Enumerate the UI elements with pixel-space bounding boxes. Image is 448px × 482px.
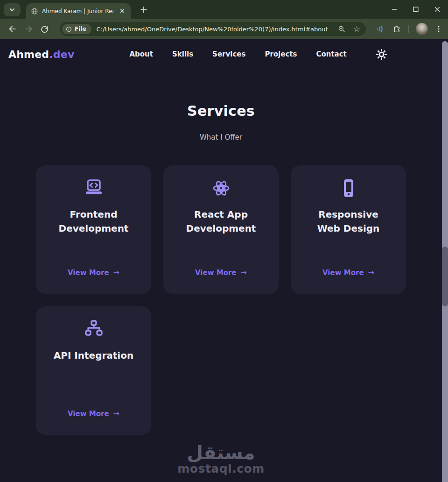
site-navbar: Ahmed.dev About Skills Services Projects… bbox=[0, 39, 442, 69]
service-card-api[interactable]: API Integration View More → bbox=[36, 306, 151, 435]
view-more-label: View More bbox=[68, 269, 109, 277]
arrow-right-icon: → bbox=[241, 268, 247, 277]
view-more-link[interactable]: View More → bbox=[195, 268, 247, 277]
tab-title: Ahmed Karam | Junior React De bbox=[42, 8, 113, 14]
zoom-icon[interactable] bbox=[337, 25, 346, 33]
globe-favicon-icon bbox=[31, 7, 38, 15]
address-bar[interactable]: File C:/Users/ahmed/OneDrive/Desktop/New… bbox=[60, 22, 366, 36]
nav-links: About Skills Services Projects Contact bbox=[129, 50, 346, 58]
web-page: Ahmed.dev About Skills Services Projects… bbox=[0, 39, 448, 482]
tab-search-button[interactable] bbox=[4, 3, 21, 16]
view-more-label: View More bbox=[322, 269, 364, 277]
extensions-puzzle-icon[interactable] bbox=[392, 25, 401, 34]
site-logo[interactable]: Ahmed.dev bbox=[8, 49, 74, 60]
browser-window: Ahmed Karam | Junior React De × bbox=[0, 0, 448, 482]
nav-link-services[interactable]: Services bbox=[212, 50, 245, 58]
reload-button[interactable] bbox=[36, 21, 52, 37]
logo-primary: Ahmed bbox=[8, 49, 49, 60]
close-button[interactable] bbox=[427, 0, 448, 19]
url-text[interactable]: C:/Users/ahmed/OneDrive/Desktop/New%20fo… bbox=[97, 26, 333, 33]
view-more-link[interactable]: View More → bbox=[68, 409, 119, 418]
info-icon bbox=[66, 26, 72, 32]
omnibox-icons: ☆ bbox=[337, 25, 360, 33]
nav-link-contact[interactable]: Contact bbox=[316, 50, 346, 58]
arrow-right-icon: → bbox=[368, 268, 374, 277]
service-card-responsive[interactable]: Responsive Web Design View More → bbox=[291, 165, 406, 294]
view-more-label: View More bbox=[68, 410, 109, 418]
sitemap-icon bbox=[82, 318, 105, 341]
arrow-right-icon: → bbox=[113, 409, 119, 418]
profile-avatar[interactable] bbox=[416, 23, 428, 35]
view-more-link[interactable]: View More → bbox=[68, 268, 119, 277]
sound-waves-icon[interactable] bbox=[375, 24, 385, 34]
toolbar-separator bbox=[408, 25, 409, 33]
nav-link-about[interactable]: About bbox=[129, 50, 153, 58]
file-scheme-chip[interactable]: File bbox=[62, 24, 91, 34]
back-button[interactable] bbox=[5, 21, 21, 37]
card-title: Frontend Development bbox=[53, 207, 135, 235]
tab-strip: Ahmed Karam | Junior React De × bbox=[0, 0, 448, 19]
logo-accent: .dev bbox=[49, 49, 74, 60]
new-tab-button[interactable] bbox=[137, 3, 150, 16]
view-more-label: View More bbox=[195, 269, 237, 277]
scrollbar-thumb[interactable] bbox=[442, 247, 448, 306]
react-icon bbox=[210, 177, 233, 200]
nav-link-projects[interactable]: Projects bbox=[265, 50, 297, 58]
page-scrollbar[interactable] bbox=[442, 41, 448, 482]
window-controls bbox=[384, 0, 448, 19]
mostaql-domain: mostaql.com bbox=[0, 463, 442, 475]
nav-link-skills[interactable]: Skills bbox=[172, 50, 193, 58]
maximize-button[interactable] bbox=[405, 0, 427, 19]
mobile-icon bbox=[337, 177, 360, 200]
services-subtitle: What I Offer bbox=[0, 133, 442, 142]
laptop-code-icon bbox=[83, 177, 105, 200]
service-card-react[interactable]: React App Development View More → bbox=[163, 165, 279, 294]
bookmark-star-icon[interactable]: ☆ bbox=[353, 25, 360, 33]
mostaql-watermark: مستقل mostaql.com bbox=[0, 443, 442, 475]
forward-button[interactable] bbox=[21, 21, 36, 37]
services-title: Services bbox=[0, 103, 442, 119]
toolbar-right-icons bbox=[373, 23, 448, 35]
card-title: Responsive Web Design bbox=[308, 207, 390, 235]
browser-menu-icon[interactable] bbox=[435, 25, 442, 33]
minimize-button[interactable] bbox=[384, 0, 405, 19]
service-card-frontend[interactable]: Frontend Development View More → bbox=[36, 165, 151, 294]
arrow-right-icon: → bbox=[113, 268, 119, 277]
theme-toggle-button[interactable] bbox=[376, 49, 387, 60]
chevron-down-icon bbox=[9, 8, 15, 12]
tab-close-icon[interactable]: × bbox=[117, 7, 127, 15]
card-title: React App Development bbox=[180, 207, 262, 235]
file-chip-label: File bbox=[75, 26, 86, 32]
browser-tab[interactable]: Ahmed Karam | Junior React De × bbox=[26, 3, 131, 19]
browser-toolbar: File C:/Users/ahmed/OneDrive/Desktop/New… bbox=[0, 19, 448, 39]
services-grid: Frontend Development View More → bbox=[0, 165, 442, 435]
mostaql-arabic-logo: مستقل bbox=[0, 443, 442, 462]
card-title: API Integration bbox=[54, 348, 133, 362]
view-more-link[interactable]: View More → bbox=[322, 268, 374, 277]
sun-icon bbox=[376, 49, 387, 60]
